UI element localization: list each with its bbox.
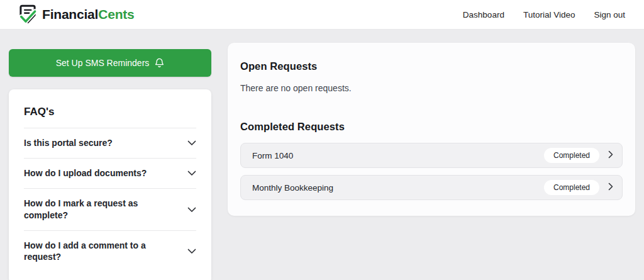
request-name: Monthly Bookkeeping [252,183,544,193]
chevron-right-icon [608,150,613,161]
chevron-down-icon [187,204,196,215]
chevron-down-icon [187,137,196,148]
faq-card: FAQ's Is this portal secure? How do I up… [9,89,211,280]
open-requests-empty-message: There are no open requests. [240,83,623,93]
nav-tutorial-video[interactable]: Tutorial Video [523,10,575,20]
request-name: Form 1040 [252,151,544,160]
nav-dashboard[interactable]: Dashboard [463,10,504,20]
faq-item-upload-documents[interactable]: How do I upload documents? [24,159,196,189]
chevron-down-icon [187,245,196,257]
faq-item-portal-secure[interactable]: Is this portal secure? [24,128,196,159]
page-body: Set Up SMS Reminders FAQ's Is this porta… [0,30,644,280]
header-nav: Dashboard Tutorial Video Sign out [463,10,625,20]
faq-question: How do I upload documents? [24,167,147,179]
chevron-down-icon [187,167,196,179]
completed-requests-title: Completed Requests [240,121,623,133]
request-row-monthly-bookkeeping[interactable]: Monthly Bookkeeping Completed [240,175,623,200]
completed-requests-list: Form 1040 Completed Monthly Bookkeeping … [240,143,623,200]
faq-question: How do I add a comment to a request? [24,240,174,264]
chevron-right-icon [608,182,613,193]
brand[interactable]: FinancialCents [18,4,135,25]
faq-question: How do I mark a request as complete? [24,198,174,221]
sms-reminders-label: Set Up SMS Reminders [56,58,150,68]
main-column: Open Requests There are no open requests… [228,43,635,216]
brand-logo-icon [18,4,38,25]
sms-reminders-button[interactable]: Set Up SMS Reminders [9,49,211,77]
faq-item-add-comment[interactable]: How do I add a comment to a request? [24,231,196,272]
nav-sign-out[interactable]: Sign out [594,10,625,20]
bell-icon [155,58,164,68]
request-row-form-1040[interactable]: Form 1040 Completed [240,143,623,168]
brand-name: FinancialCents [42,7,135,22]
requests-panel: Open Requests There are no open requests… [228,43,635,216]
sidebar: Set Up SMS Reminders FAQ's Is this porta… [9,43,211,280]
faq-title: FAQ's [24,106,196,118]
faq-item-mark-complete[interactable]: How do I mark a request as complete? [24,189,196,231]
open-requests-title: Open Requests [240,60,623,72]
top-nav-bar: FinancialCents Dashboard Tutorial Video … [0,0,644,30]
faq-question: Is this portal secure? [24,137,113,149]
status-badge: Completed [544,180,599,195]
status-badge: Completed [544,148,599,163]
